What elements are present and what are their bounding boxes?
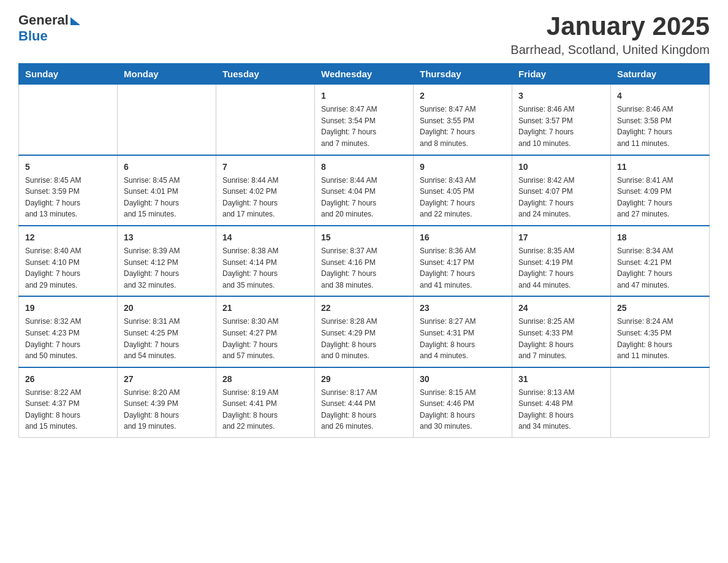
calendar-cell: 11Sunrise: 8:41 AMSunset: 4:09 PMDayligh… — [611, 155, 710, 226]
day-number: 7 — [222, 161, 308, 174]
calendar-week-4: 19Sunrise: 8:32 AMSunset: 4:23 PMDayligh… — [19, 296, 710, 367]
calendar-cell: 30Sunrise: 8:15 AMSunset: 4:46 PMDayligh… — [414, 367, 512, 438]
calendar-cell: 1Sunrise: 8:47 AMSunset: 3:54 PMDaylight… — [315, 85, 414, 155]
day-info: Sunrise: 8:30 AMSunset: 4:27 PMDaylight:… — [222, 316, 308, 361]
day-info: Sunrise: 8:28 AMSunset: 4:29 PMDaylight:… — [321, 316, 407, 361]
day-info: Sunrise: 8:42 AMSunset: 4:07 PMDaylight:… — [518, 175, 604, 220]
day-number: 31 — [518, 373, 604, 386]
day-info: Sunrise: 8:41 AMSunset: 4:09 PMDaylight:… — [617, 175, 703, 220]
calendar-cell: 21Sunrise: 8:30 AMSunset: 4:27 PMDayligh… — [216, 296, 315, 367]
day-info: Sunrise: 8:36 AMSunset: 4:17 PMDaylight:… — [420, 245, 506, 291]
day-number: 10 — [518, 161, 604, 174]
day-number: 25 — [617, 302, 703, 315]
column-header-wednesday: Wednesday — [315, 64, 414, 85]
day-number: 5 — [25, 161, 111, 174]
calendar-header: January 2025 Barrhead, Scotland, United … — [510, 12, 710, 57]
day-info: Sunrise: 8:44 AMSunset: 4:04 PMDaylight:… — [321, 175, 407, 220]
day-number: 6 — [124, 161, 210, 174]
calendar-cell: 25Sunrise: 8:24 AMSunset: 4:35 PMDayligh… — [611, 296, 710, 367]
column-header-monday: Monday — [118, 64, 216, 85]
calendar-cell: 28Sunrise: 8:19 AMSunset: 4:41 PMDayligh… — [216, 367, 315, 438]
calendar-cell — [216, 85, 315, 155]
day-number: 27 — [124, 373, 210, 386]
day-number: 3 — [518, 90, 604, 102]
day-number: 8 — [321, 161, 407, 174]
day-number: 16 — [420, 231, 506, 244]
day-info: Sunrise: 8:13 AMSunset: 4:48 PMDaylight:… — [518, 387, 604, 432]
day-number: 17 — [518, 231, 604, 244]
day-number: 12 — [25, 231, 111, 244]
calendar-cell: 16Sunrise: 8:36 AMSunset: 4:17 PMDayligh… — [414, 226, 512, 296]
logo: General Blue — [18, 12, 80, 44]
calendar-cell: 27Sunrise: 8:20 AMSunset: 4:39 PMDayligh… — [118, 367, 216, 438]
day-number: 19 — [25, 302, 111, 315]
calendar-cell — [118, 85, 216, 155]
day-number: 29 — [321, 373, 407, 386]
calendar-subtitle: Barrhead, Scotland, United Kingdom — [510, 43, 710, 57]
column-header-tuesday: Tuesday — [216, 64, 315, 85]
calendar-cell: 13Sunrise: 8:39 AMSunset: 4:12 PMDayligh… — [118, 226, 216, 296]
calendar-title: January 2025 — [510, 12, 710, 40]
day-number: 22 — [321, 302, 407, 315]
day-number: 11 — [617, 161, 703, 174]
calendar-cell: 22Sunrise: 8:28 AMSunset: 4:29 PMDayligh… — [315, 296, 414, 367]
calendar-cell: 5Sunrise: 8:45 AMSunset: 3:59 PMDaylight… — [19, 155, 118, 226]
day-info: Sunrise: 8:22 AMSunset: 4:37 PMDaylight:… — [25, 387, 111, 432]
day-number: 13 — [124, 231, 210, 244]
calendar-cell: 3Sunrise: 8:46 AMSunset: 3:57 PMDaylight… — [512, 85, 611, 155]
day-info: Sunrise: 8:20 AMSunset: 4:39 PMDaylight:… — [124, 387, 210, 432]
calendar-cell: 24Sunrise: 8:25 AMSunset: 4:33 PMDayligh… — [512, 296, 611, 367]
day-number: 4 — [617, 90, 703, 102]
day-number: 15 — [321, 231, 407, 244]
calendar-cell: 8Sunrise: 8:44 AMSunset: 4:04 PMDaylight… — [315, 155, 414, 226]
day-number: 14 — [222, 231, 308, 244]
day-number: 21 — [222, 302, 308, 315]
day-info: Sunrise: 8:34 AMSunset: 4:21 PMDaylight:… — [617, 245, 703, 291]
calendar-cell: 4Sunrise: 8:46 AMSunset: 3:58 PMDaylight… — [611, 85, 710, 155]
calendar-header-row: SundayMondayTuesdayWednesdayThursdayFrid… — [19, 64, 710, 85]
day-info: Sunrise: 8:44 AMSunset: 4:02 PMDaylight:… — [222, 175, 308, 220]
calendar-cell: 20Sunrise: 8:31 AMSunset: 4:25 PMDayligh… — [118, 296, 216, 367]
day-info: Sunrise: 8:27 AMSunset: 4:31 PMDaylight:… — [420, 316, 506, 361]
day-number: 2 — [420, 90, 506, 102]
day-info: Sunrise: 8:46 AMSunset: 3:58 PMDaylight:… — [617, 104, 703, 149]
column-header-sunday: Sunday — [19, 64, 118, 85]
logo-triangle-icon — [70, 17, 80, 25]
calendar-cell: 29Sunrise: 8:17 AMSunset: 4:44 PMDayligh… — [315, 367, 414, 438]
calendar-cell: 26Sunrise: 8:22 AMSunset: 4:37 PMDayligh… — [19, 367, 118, 438]
day-info: Sunrise: 8:45 AMSunset: 3:59 PMDaylight:… — [25, 175, 111, 220]
day-info: Sunrise: 8:47 AMSunset: 3:54 PMDaylight:… — [321, 104, 407, 149]
day-info: Sunrise: 8:25 AMSunset: 4:33 PMDaylight:… — [518, 316, 604, 361]
day-info: Sunrise: 8:47 AMSunset: 3:55 PMDaylight:… — [420, 104, 506, 149]
day-info: Sunrise: 8:17 AMSunset: 4:44 PMDaylight:… — [321, 387, 407, 432]
day-info: Sunrise: 8:37 AMSunset: 4:16 PMDaylight:… — [321, 245, 407, 291]
calendar-cell — [19, 85, 118, 155]
column-header-saturday: Saturday — [611, 64, 710, 85]
day-number: 24 — [518, 302, 604, 315]
day-number: 23 — [420, 302, 506, 315]
day-number: 26 — [25, 373, 111, 386]
day-info: Sunrise: 8:31 AMSunset: 4:25 PMDaylight:… — [124, 316, 210, 361]
calendar-cell: 2Sunrise: 8:47 AMSunset: 3:55 PMDaylight… — [414, 85, 512, 155]
calendar-week-1: 1Sunrise: 8:47 AMSunset: 3:54 PMDaylight… — [19, 85, 710, 155]
calendar-cell: 9Sunrise: 8:43 AMSunset: 4:05 PMDaylight… — [414, 155, 512, 226]
calendar-cell: 14Sunrise: 8:38 AMSunset: 4:14 PMDayligh… — [216, 226, 315, 296]
day-number: 30 — [420, 373, 506, 386]
calendar-cell: 7Sunrise: 8:44 AMSunset: 4:02 PMDaylight… — [216, 155, 315, 226]
calendar-week-3: 12Sunrise: 8:40 AMSunset: 4:10 PMDayligh… — [19, 226, 710, 296]
calendar-cell: 6Sunrise: 8:45 AMSunset: 4:01 PMDaylight… — [118, 155, 216, 226]
day-info: Sunrise: 8:19 AMSunset: 4:41 PMDaylight:… — [222, 387, 308, 432]
day-info: Sunrise: 8:24 AMSunset: 4:35 PMDaylight:… — [617, 316, 703, 361]
page-header: General Blue January 2025 Barrhead, Scot… — [18, 12, 710, 57]
day-info: Sunrise: 8:35 AMSunset: 4:19 PMDaylight:… — [518, 245, 604, 291]
logo-blue-text: Blue — [18, 28, 48, 44]
day-info: Sunrise: 8:40 AMSunset: 4:10 PMDaylight:… — [25, 245, 111, 291]
day-info: Sunrise: 8:39 AMSunset: 4:12 PMDaylight:… — [124, 245, 210, 291]
day-number: 20 — [124, 302, 210, 315]
day-info: Sunrise: 8:46 AMSunset: 3:57 PMDaylight:… — [518, 104, 604, 149]
calendar-cell: 12Sunrise: 8:40 AMSunset: 4:10 PMDayligh… — [19, 226, 118, 296]
day-info: Sunrise: 8:32 AMSunset: 4:23 PMDaylight:… — [25, 316, 111, 361]
calendar-cell: 17Sunrise: 8:35 AMSunset: 4:19 PMDayligh… — [512, 226, 611, 296]
calendar-cell: 19Sunrise: 8:32 AMSunset: 4:23 PMDayligh… — [19, 296, 118, 367]
day-number: 28 — [222, 373, 308, 386]
